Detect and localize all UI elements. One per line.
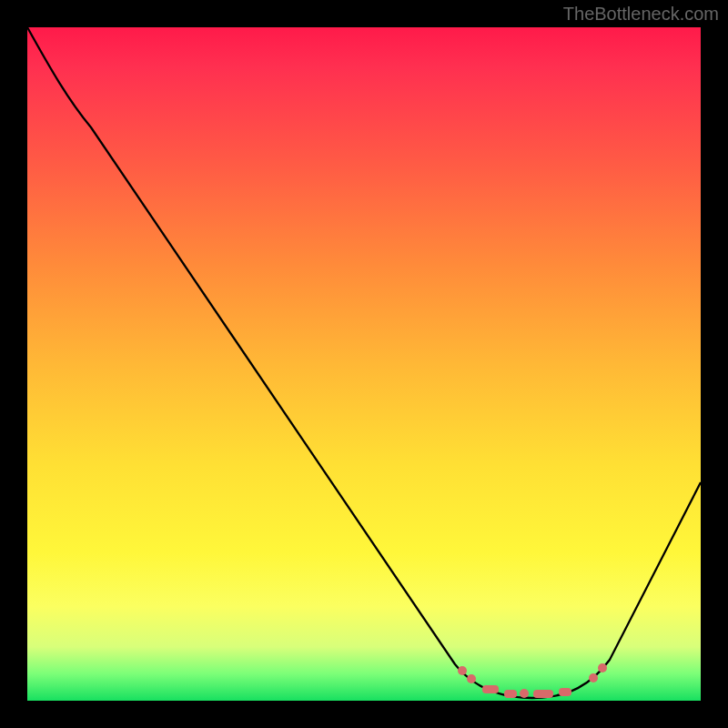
svg-point-4 bbox=[520, 689, 529, 698]
bottleneck-curve-svg bbox=[27, 27, 701, 701]
svg-rect-6 bbox=[559, 688, 571, 696]
svg-point-1 bbox=[467, 674, 476, 683]
optimal-range-markers bbox=[458, 663, 607, 698]
bottleneck-curve-line bbox=[27, 27, 701, 698]
chart-plot-area bbox=[27, 27, 701, 701]
watermark-text: TheBottleneck.com bbox=[563, 4, 719, 25]
svg-point-0 bbox=[458, 666, 467, 675]
svg-point-7 bbox=[589, 673, 598, 682]
svg-rect-2 bbox=[482, 685, 499, 693]
svg-rect-3 bbox=[504, 690, 517, 698]
svg-rect-5 bbox=[533, 690, 553, 698]
svg-point-8 bbox=[598, 663, 607, 672]
